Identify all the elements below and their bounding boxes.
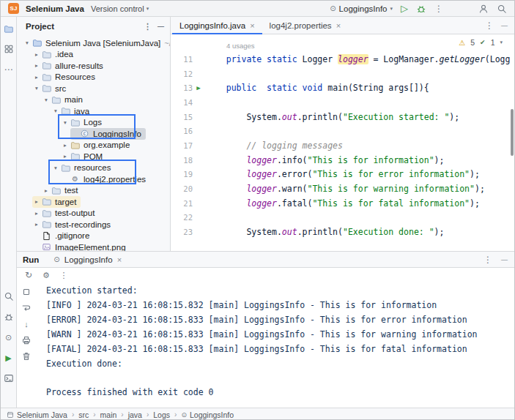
find-toolwindow-button[interactable] xyxy=(3,290,15,302)
tree-item[interactable]: ▾src xyxy=(17,83,170,94)
tree-item[interactable]: ▾Logs xyxy=(17,117,170,129)
terminal-toolwindow-button[interactable] xyxy=(3,372,15,384)
debug-toolwindow-button[interactable] xyxy=(3,311,15,323)
tree-chevron-icon[interactable]: ▾ xyxy=(32,85,41,91)
code-line[interactable]: 22 xyxy=(171,211,514,225)
code-line[interactable]: 16 xyxy=(171,124,514,138)
breadcrumb-item[interactable]: ⊙LoggingsInfo xyxy=(181,410,234,419)
hide-run-panel-button[interactable]: — xyxy=(501,256,508,263)
tree-chevron-icon[interactable]: ▸ xyxy=(32,198,41,205)
run-toolwindow-button[interactable]: ▶ xyxy=(3,352,15,364)
code-line[interactable]: 20 logger.warn("This is for warning info… xyxy=(171,181,514,196)
tree-chevron-icon[interactable]: ▾ xyxy=(42,97,51,103)
run-config-selector[interactable]: ⊙ LoggingsInfo ▾ xyxy=(330,4,393,13)
run-line-gutter-icon[interactable]: ▶ xyxy=(193,84,204,91)
code-text: // logging messages xyxy=(206,140,343,151)
code-line[interactable]: 11 private static Logger logger = LogMan… xyxy=(171,52,514,67)
tree-item[interactable]: ▸org.example xyxy=(17,140,170,151)
tree-item[interactable]: ▾main xyxy=(17,94,170,106)
tree-chevron-icon[interactable]: ▾ xyxy=(61,119,70,126)
hide-editor-tabs-button[interactable]: — xyxy=(501,22,508,29)
main-area: ⋯ ⊙ ▶ Project ⋮ — xyxy=(1,17,514,408)
tree-chevron-icon[interactable]: ▸ xyxy=(32,51,41,58)
project-panel-options-button[interactable]: ⋮ xyxy=(144,22,152,31)
tab-loggingsinfo-java[interactable]: LoggingsInfo.java × xyxy=(172,17,262,34)
tree-item[interactable]: ImageElement.png xyxy=(17,241,170,251)
tree-item[interactable]: ▸target xyxy=(17,196,170,208)
breadcrumb-item[interactable]: src xyxy=(78,410,89,419)
run-session-tab[interactable]: ⊙ LoggingsInfo × xyxy=(49,255,126,264)
breadcrumb-item[interactable]: main xyxy=(100,410,117,419)
tree-item[interactable]: ▾resources xyxy=(17,162,170,174)
run-settings-button[interactable]: ⚙ xyxy=(41,270,51,280)
project-toolwindow-button[interactable] xyxy=(3,23,15,34)
tree-item[interactable]: ▸test-output xyxy=(17,208,170,220)
profile-button[interactable] xyxy=(478,4,489,14)
tree-item[interactable]: ▸test xyxy=(17,185,170,197)
debug-button[interactable] xyxy=(416,4,426,14)
scroll-to-end-button[interactable]: ↓ xyxy=(21,319,32,329)
vcs-menu[interactable]: Version control ▾ xyxy=(91,4,149,13)
problems-toolwindow-button[interactable]: ⊙ xyxy=(3,331,15,343)
tree-chevron-icon[interactable]: ▸ xyxy=(32,221,41,228)
run-more-button[interactable]: ⋮ xyxy=(59,270,69,280)
code-area[interactable]: 4 usages11 private static Logger logger … xyxy=(171,34,514,251)
code-line[interactable]: 21 logger.fatal("This is for fatal infor… xyxy=(171,196,514,211)
project-name-menu[interactable]: Selenium Java xyxy=(26,4,84,13)
tree-chevron-icon[interactable]: ▸ xyxy=(32,62,41,69)
code-line[interactable]: 14 xyxy=(171,95,514,110)
code-line[interactable]: 12 xyxy=(171,67,514,81)
tree-item[interactable]: ▸allure-results xyxy=(17,60,170,72)
tree-item[interactable]: ▸.idea xyxy=(17,49,170,61)
code-line[interactable]: 19 logger.error("This is for error infor… xyxy=(171,168,514,182)
tree-chevron-icon[interactable]: ▸ xyxy=(32,74,41,80)
tree-chevron-icon[interactable]: ▾ xyxy=(51,165,60,171)
more-toolwindows-button[interactable]: ⋯ xyxy=(3,64,15,75)
close-icon[interactable]: × xyxy=(336,21,341,30)
code-line[interactable]: 23 System.out.println("Execution done: "… xyxy=(171,225,514,239)
tree-chevron-icon[interactable]: ▾ xyxy=(23,40,32,46)
tree-chevron-icon[interactable]: ▸ xyxy=(32,210,41,217)
tree-item[interactable]: ▸test-recordings xyxy=(17,219,170,230)
run-panel-options-button[interactable]: ⋮ xyxy=(483,255,492,265)
line-number: 19 xyxy=(171,170,193,179)
breadcrumb-item[interactable]: Logs xyxy=(153,410,170,419)
tree-item[interactable]: CLoggingsInfo xyxy=(17,128,170,140)
tree-item[interactable]: ▾Selenium Java [SeleniumJava]~/IdeaProje… xyxy=(17,37,170,49)
tree-chevron-icon[interactable]: ▸ xyxy=(42,187,51,194)
inspections-widget[interactable]: ⚠ 5 ✔ 1 ▾ xyxy=(459,38,503,47)
tree-item[interactable]: ▸Resources xyxy=(17,72,170,83)
structure-toolwindow-button[interactable] xyxy=(3,43,15,55)
breadcrumb-item[interactable]: java xyxy=(128,410,142,419)
tree-item[interactable]: ▸POM xyxy=(17,151,170,162)
tree-item-content: ▸test xyxy=(42,185,83,197)
breadcrumb-item[interactable]: Selenium Java xyxy=(7,410,67,419)
print-button[interactable] xyxy=(21,335,32,345)
run-button[interactable]: ▷ xyxy=(401,3,408,14)
soft-wrap-button[interactable] xyxy=(21,303,32,313)
close-icon[interactable]: × xyxy=(250,21,254,30)
code-line[interactable]: 17 // logging messages xyxy=(171,138,514,153)
clear-console-button[interactable] xyxy=(21,351,32,361)
tab-log4j2-properties[interactable]: log4j2.properties × xyxy=(262,17,348,34)
app-logo[interactable]: SJ xyxy=(8,3,19,14)
code-line[interactable]: 15 System.out.println("Execution started… xyxy=(171,110,514,124)
code-line[interactable]: 18 logger.info("This is for information"… xyxy=(171,153,514,168)
tree-item[interactable]: ⚙log4j2.properties xyxy=(17,173,170,185)
tree-item[interactable]: ▾java xyxy=(17,105,170,117)
stop-button[interactable] xyxy=(21,287,32,297)
code-line[interactable]: 13▶ public static void main(String args[… xyxy=(171,80,514,95)
search-everywhere-button[interactable] xyxy=(497,4,507,14)
tab-options-button[interactable]: ⋮ xyxy=(485,20,494,31)
editor-scrollbar[interactable] xyxy=(511,109,514,156)
close-icon[interactable]: × xyxy=(117,255,122,264)
console-line: Execution started: xyxy=(46,284,511,299)
code-editor[interactable]: 4 usages11 private static Logger logger … xyxy=(171,34,514,251)
tree-chevron-icon[interactable]: ▸ xyxy=(61,142,70,149)
rerun-button[interactable]: ↻ xyxy=(23,270,34,280)
hide-project-panel-button[interactable]: — xyxy=(158,22,164,31)
tree-chevron-icon[interactable]: ▾ xyxy=(51,108,60,114)
more-actions-button[interactable]: ⋮ xyxy=(434,4,443,14)
tree-item[interactable]: .gitignore xyxy=(17,230,170,242)
tree-chevron-icon[interactable]: ▸ xyxy=(61,153,70,160)
